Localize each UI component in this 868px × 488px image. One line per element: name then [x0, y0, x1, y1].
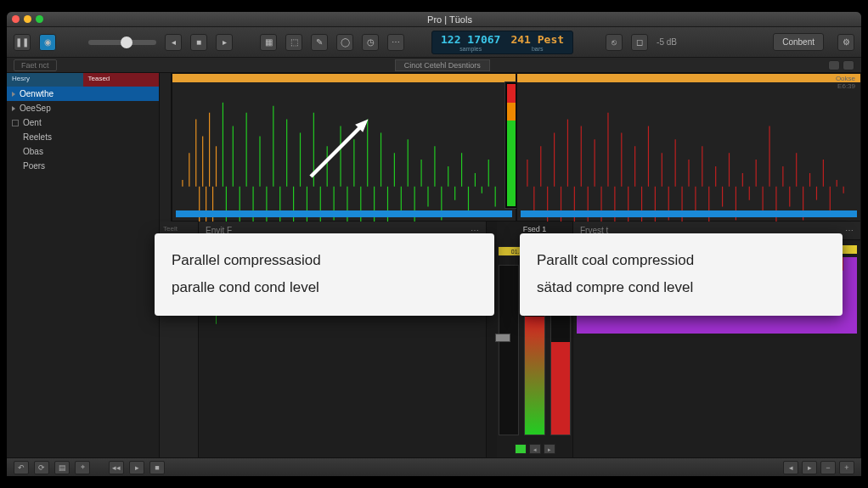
status-btn-3[interactable]: ▤	[54, 461, 70, 474]
forward-button[interactable]: ▸	[216, 34, 233, 51]
main-toolbar: ❚❚ ◉ ◂ ■ ▸ ▦ ⬚ ✎ ◯ ◷ ⋯ 122 17067 samples…	[7, 27, 861, 58]
loop-button[interactable]: ◯	[336, 34, 353, 51]
rewind-button[interactable]: ◂	[165, 34, 182, 51]
status-zoom-out[interactable]: −	[820, 461, 836, 474]
tool-button-6[interactable]: ⋯	[387, 34, 404, 51]
track-item-0[interactable]: Oenwthe	[7, 87, 159, 101]
callout-right-heading: Parallt coal compressiod	[537, 247, 826, 274]
minimize-icon[interactable]	[24, 15, 31, 23]
tracks-sidebar: Hesry Teased Oenwthe OeeSep Oent Reelets…	[7, 73, 160, 457]
status-zoom-in[interactable]: +	[839, 461, 854, 474]
ruler-left[interactable]	[172, 74, 516, 82]
sub-toolbar: Faet nct Cinot Cetehl Desntiors	[7, 58, 861, 73]
seekbar-left[interactable]	[176, 210, 512, 217]
volume-fader[interactable]	[499, 265, 519, 435]
status-stop-button[interactable]: ■	[149, 461, 165, 474]
waveform-pane-right[interactable]: OokseE6:39	[516, 73, 861, 222]
callout-right-text: sätad compre cond level	[537, 274, 826, 301]
metronome-button[interactable]: ◷	[362, 34, 379, 51]
status-bar: ↶ ⟳ ▤ ⌖ ◂◂ ▸ ■ ◂ ▸ − +	[7, 457, 861, 476]
titlebar: Pro | Tüols	[7, 12, 861, 27]
status-nav-prev[interactable]: ◂	[783, 461, 798, 474]
callout-right: Parallt coal compressiod sätad compre co…	[520, 233, 843, 316]
panel-label-left[interactable]: Faet nct	[14, 59, 57, 71]
main-body: Hesry Teased Oenwthe OeeSep Oent Reelets…	[7, 73, 861, 457]
solo-button[interactable]	[515, 444, 527, 454]
callout-left-text: paralle cond cond level	[172, 274, 477, 301]
window-controls	[12, 15, 43, 23]
lane-options-icon-2[interactable]: ⋯	[845, 226, 854, 235]
view-toggle-2[interactable]	[843, 60, 854, 70]
pause-button[interactable]: ❚❚	[14, 34, 31, 51]
track-item-2[interactable]: Oent	[7, 115, 159, 130]
track-item-3[interactable]: Reelets	[7, 130, 159, 144]
content-button[interactable]: Conbent	[773, 33, 824, 51]
status-play-button[interactable]: ▸	[129, 461, 144, 474]
ruler-right[interactable]	[517, 74, 860, 82]
sync-button[interactable]: ◉	[39, 34, 56, 51]
app-window: Pro | Tüols ❚❚ ◉ ◂ ■ ▸ ▦ ⬚ ✎ ◯ ◷ ⋯ 122 1…	[7, 12, 861, 476]
status-btn-2[interactable]: ⟳	[34, 461, 49, 474]
settings-button[interactable]: ⚙	[837, 34, 854, 51]
counter-main: 122 17067	[441, 33, 500, 46]
track-item-1[interactable]: OeeSep	[7, 101, 159, 115]
zoom-icon[interactable]	[36, 15, 43, 23]
channel-label: Fsed 1	[523, 225, 547, 233]
timeline-gutter	[160, 73, 172, 222]
main-panel: OokseE6:39 Teelt Tisone Pased	[160, 73, 861, 457]
mixer-area: Teelt Tisone Pased Envit F⋯ Fsed 1 Poosa	[160, 222, 861, 457]
counter-sub: 241 Pest	[510, 33, 564, 46]
tool-button-2[interactable]: ⬚	[285, 34, 302, 51]
rec-button[interactable]: ▸	[544, 444, 555, 454]
tool-button-1[interactable]: ▦	[260, 34, 277, 51]
mute-button[interactable]: ◂	[529, 444, 541, 454]
tool-button-3[interactable]: ✎	[311, 34, 328, 51]
sidebar-col-b[interactable]: Teased	[83, 73, 160, 87]
status-prev-button[interactable]: ◂◂	[109, 461, 124, 474]
track-item-5[interactable]: Poers	[7, 159, 159, 173]
status-btn-4[interactable]: ⌖	[75, 461, 90, 474]
link-button[interactable]: ⎋	[606, 34, 623, 51]
status-nav-next[interactable]: ▸	[802, 461, 817, 474]
panel-label-center[interactable]: Cinot Cetehl Desntiors	[395, 59, 490, 71]
seekbar-right[interactable]	[521, 210, 857, 217]
gain-readout: -5 dB	[657, 37, 677, 47]
window-title: Pro | Tüols	[43, 14, 856, 25]
view-toggle-1[interactable]	[828, 60, 840, 70]
callout-left: Parallel compressasiod paralle cond cond…	[155, 233, 494, 316]
callout-left-heading: Parallel compressasiod	[172, 247, 477, 274]
tempo-slider[interactable]	[88, 40, 156, 45]
status-btn-1[interactable]: ↶	[14, 461, 29, 474]
stop-button[interactable]: ■	[190, 34, 207, 51]
link-button-2[interactable]: ◻	[631, 34, 648, 51]
waveform-area: OokseE6:39	[160, 73, 861, 222]
waveform-pane-left[interactable]	[172, 73, 516, 222]
transport-display: 122 17067 samples 241 Pest bars	[431, 31, 573, 54]
track-item-4[interactable]: Obas	[7, 144, 159, 159]
sidebar-col-a[interactable]: Hesry	[7, 73, 83, 87]
close-icon[interactable]	[12, 15, 20, 23]
